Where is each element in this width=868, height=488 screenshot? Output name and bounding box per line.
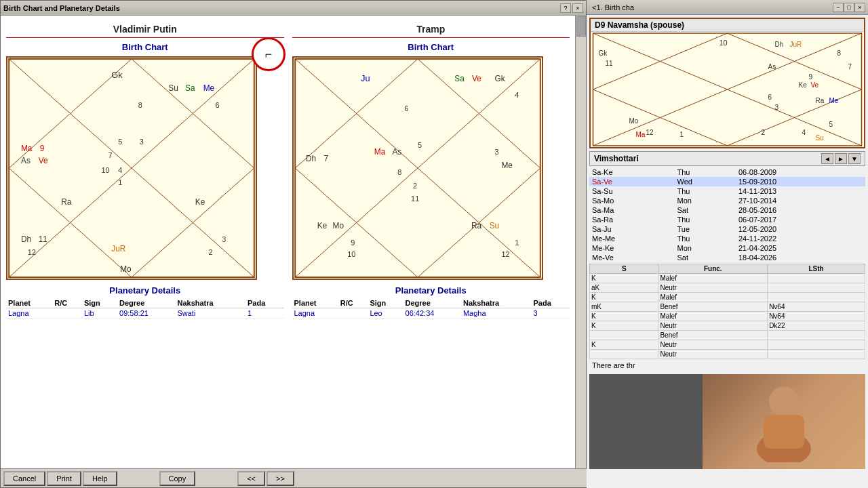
svg-text:Gk: Gk xyxy=(111,70,123,80)
degree-cell-t: 06:42:34 xyxy=(403,308,461,319)
table-row: Lagna Lib 09:58:21 Swati 1 xyxy=(6,308,284,319)
birth-chart-putin: Gk Su Sa Me 6 8 Ma 9 As Ve 5 3 xyxy=(6,56,257,280)
planetary-section-tramp: Planetary Details Planet R/C Sign Degree… xyxy=(292,285,570,319)
svg-text:As: As xyxy=(768,63,776,70)
period-cell: Sa-Mo xyxy=(589,196,675,205)
svg-text:Me: Me xyxy=(203,83,215,93)
right-min-button[interactable]: − xyxy=(833,3,844,12)
svg-text:Me: Me xyxy=(829,97,839,104)
help-button[interactable]: ? xyxy=(560,3,571,13)
svg-text:Su: Su xyxy=(489,221,499,230)
window-title: Birth Chart and Planetary Details xyxy=(3,4,120,12)
vimshottari-row[interactable]: Sa-RaThu06-07-2017 xyxy=(589,215,865,224)
svg-text:Ke: Ke xyxy=(195,197,205,207)
cancel-button[interactable]: Cancel xyxy=(3,471,45,486)
vimshottari-row[interactable]: Sa-MoMon27-10-2014 xyxy=(589,196,865,205)
svg-text:Ve: Ve xyxy=(39,156,48,165)
s-cell: K xyxy=(590,340,658,350)
svg-text:Me: Me xyxy=(501,161,513,170)
birth-chart-tramp: Ju Sa Ve Gk 4 6 Dh 7 Ma As xyxy=(292,56,543,280)
vimshottari-row[interactable]: Sa-VeWed15-09-2010 xyxy=(589,177,865,186)
svg-text:3: 3 xyxy=(140,138,144,146)
vimshottari-row[interactable]: Me-MeThu24-11-2022 xyxy=(589,234,865,243)
vimshottari-table: Sa-KeThu06-08-2009Sa-VeWed15-09-2010Sa-S… xyxy=(589,167,865,262)
col-s: S xyxy=(590,264,658,274)
col-nakshatra: Nakshatra xyxy=(175,298,245,308)
period-cell: Sa-Su xyxy=(589,186,675,196)
s-cell: K xyxy=(590,293,658,302)
s-cell xyxy=(590,350,658,359)
svg-text:9: 9 xyxy=(40,144,45,153)
right-top-bar: <1. Birth cha − □ × xyxy=(587,0,868,15)
vimshottari-row[interactable]: Me-VeSat18-04-2026 xyxy=(589,253,865,262)
svg-text:Ve: Ve xyxy=(472,74,481,83)
svg-text:6: 6 xyxy=(404,104,408,113)
col-degree-t: Degree xyxy=(403,298,461,308)
date-cell: 12-05-2020 xyxy=(736,224,865,234)
comment-text: There are thr xyxy=(589,359,865,371)
right-max-button[interactable]: □ xyxy=(844,3,854,12)
svg-text:Ma: Ma xyxy=(374,147,385,157)
copy-button[interactable]: Copy xyxy=(159,471,196,486)
close-button[interactable]: × xyxy=(572,3,583,13)
svg-text:8: 8 xyxy=(397,168,401,176)
right-content: D9 Navamsha (spouse) 10 Dh JuR xyxy=(587,15,868,472)
date-cell: 15-09-2010 xyxy=(736,177,865,186)
scroll-thumb[interactable] xyxy=(576,16,586,37)
func-cell: Neutr xyxy=(658,340,768,350)
vimshottari-next[interactable]: ► xyxy=(835,153,847,164)
svg-rect-101 xyxy=(764,415,804,449)
svg-text:Mo: Mo xyxy=(120,264,132,274)
scrollbar[interactable] xyxy=(575,16,586,468)
svg-text:4: 4 xyxy=(118,166,122,174)
svg-text:12: 12 xyxy=(28,248,36,256)
svg-text:4: 4 xyxy=(802,129,806,136)
prev-button[interactable]: << xyxy=(237,471,265,486)
svg-text:6: 6 xyxy=(768,94,772,101)
day-cell: Mon xyxy=(675,196,736,205)
next-button[interactable]: >> xyxy=(267,471,294,486)
svg-text:9: 9 xyxy=(809,73,813,81)
lsth-cell xyxy=(768,350,865,359)
svg-text:Sa: Sa xyxy=(185,83,195,93)
nav-arrows: ◄ ► ▼ xyxy=(821,153,861,164)
col-rc-t: R/C xyxy=(338,298,368,308)
svg-text:Ve: Ve xyxy=(811,81,819,89)
svg-text:Su: Su xyxy=(816,134,824,142)
func-cell: Neutr xyxy=(658,350,768,359)
right-close-button[interactable]: × xyxy=(854,3,865,12)
func-cell: Benef xyxy=(658,331,768,340)
svg-text:Dh: Dh xyxy=(775,41,784,48)
vimshottari-row[interactable]: Sa-JuTue12-05-2020 xyxy=(589,224,865,234)
content-area: ⌐ Vladimir Putin Birth Chart xyxy=(1,16,575,468)
date-cell: 27-10-2014 xyxy=(736,196,865,205)
vimshottari-row[interactable]: Sa-SuThu14-11-2013 xyxy=(589,186,865,196)
lsth-cell xyxy=(768,340,865,350)
vimshottari-expand[interactable]: ▼ xyxy=(848,153,861,164)
planet-detail-row: KNeutrDk22 xyxy=(590,321,865,331)
col-planet: Planet xyxy=(6,298,52,308)
right-panel: <1. Birth cha − □ × D9 Navamsha (spouse) xyxy=(587,0,868,488)
rc-cell xyxy=(52,308,82,319)
col-nakshatra-t: Nakshatra xyxy=(461,298,532,308)
degree-cell: 09:58:21 xyxy=(117,308,175,319)
vimshottari-row[interactable]: Sa-KeThu06-08-2009 xyxy=(589,167,865,177)
help-button-bottom[interactable]: Help xyxy=(83,471,117,486)
func-cell: Malef xyxy=(658,293,768,302)
date-cell: 06-07-2017 xyxy=(736,215,865,224)
func-cell: Neutr xyxy=(658,283,768,293)
svg-text:5: 5 xyxy=(418,141,422,149)
vimshottari-prev[interactable]: ◄ xyxy=(821,153,833,164)
period-cell: Sa-Ma xyxy=(589,205,675,215)
vimshottari-row[interactable]: Sa-MaSat28-05-2016 xyxy=(589,205,865,215)
lsth-cell: Nv64 xyxy=(768,312,865,321)
right-panel-title: <1. Birth cha xyxy=(592,3,634,12)
col-func: Func. xyxy=(658,264,768,274)
svg-text:Mo: Mo xyxy=(629,117,639,125)
svg-text:8: 8 xyxy=(138,101,142,109)
rc-cell-t xyxy=(338,308,368,319)
bottom-bar: Cancel Print Help Copy << >> xyxy=(1,468,587,487)
vimshottari-row[interactable]: Me-KeMon21-04-2025 xyxy=(589,243,865,253)
vimshottari-header: Vimshottari ◄ ► ▼ xyxy=(589,151,865,166)
print-button[interactable]: Print xyxy=(47,471,81,486)
